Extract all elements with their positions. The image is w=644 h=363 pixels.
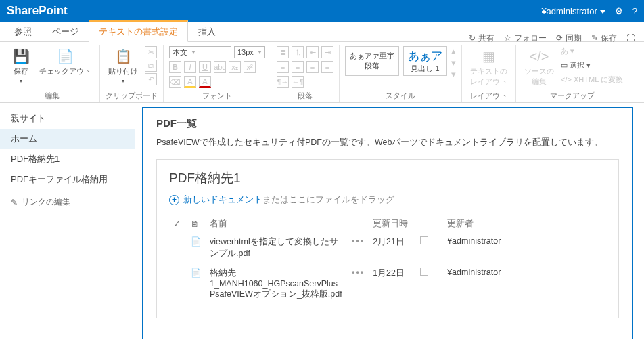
left-nav: 親サイト ホーム PDF格納先1 PDFキーファイル格納用 ✎リンクの編集 — [0, 103, 135, 363]
align-right-button[interactable]: ≡ — [306, 61, 319, 73]
paste-button[interactable]: 📋 貼り付け ▾ — [106, 46, 141, 85]
language-button[interactable]: あ ▾ — [561, 46, 623, 56]
file-modifiedby: ¥administrator — [443, 232, 606, 263]
group-styles-label: スタイル — [345, 91, 456, 101]
group-edit-label: 編集 — [9, 91, 94, 101]
col-modified[interactable]: 更新日時 — [369, 215, 416, 232]
user-menu[interactable]: ¥administrator — [541, 6, 605, 16]
indent-button[interactable]: ⇥ — [321, 46, 334, 58]
convert-xhtml-button[interactable]: </> XHTML に変換 — [561, 74, 623, 85]
numbered-list-button[interactable]: ⒈ — [292, 46, 304, 58]
checkout-button[interactable]: 📄 チェックアウト — [37, 46, 94, 78]
style-option-paragraph[interactable]: あぁアァ亜宇 段落 — [345, 46, 399, 76]
pencil-icon: ✎ — [11, 198, 18, 207]
content-panel: PDF一覧 PsafeVIEWで作成したセキュリティ付PDFの一覧です。Webパ… — [142, 107, 633, 339]
clear-format-button[interactable]: ⌫ — [169, 76, 181, 88]
row-checkbox[interactable] — [420, 236, 428, 244]
file-table: ✓ 🗎 名前 更新日時 更新者 📄 vie — [169, 215, 606, 304]
gear-icon[interactable]: ⚙ — [615, 6, 623, 16]
styles-down-icon[interactable]: ▾ — [451, 58, 456, 68]
brand: SharePoint — [7, 4, 541, 18]
sidebar-item-parent[interactable]: 親サイト — [0, 108, 135, 129]
subscript-button[interactable]: x₂ — [229, 61, 241, 73]
highlight-button[interactable]: A — [184, 76, 196, 88]
align-center-button[interactable]: ≡ — [292, 61, 304, 73]
sidebar-item-home[interactable]: ホーム — [0, 129, 135, 149]
strike-button[interactable]: abc — [214, 61, 226, 73]
panel-title: PDF一覧 — [156, 117, 619, 130]
text-layout-button[interactable]: ▦ テキストの レイアウト — [467, 46, 510, 88]
file-modifiedby: ¥administrator — [443, 263, 606, 304]
col-check[interactable]: ✓ — [169, 215, 187, 232]
copy-icon[interactable]: ⧉ — [145, 60, 157, 72]
new-document-button[interactable]: + 新しいドキュメント — [169, 194, 262, 206]
col-modifiedby[interactable]: 更新者 — [443, 215, 606, 232]
edit-source-button[interactable]: </> ソースの 編集 — [522, 46, 557, 88]
help-icon[interactable]: ? — [632, 6, 637, 16]
tab-browse[interactable]: 参照 — [4, 21, 42, 42]
save-button[interactable]: ✎ 保存 — [591, 33, 617, 44]
select-button[interactable]: ▭ 選択 ▾ — [561, 60, 623, 70]
superscript-button[interactable]: x² — [244, 61, 256, 73]
file-modified: 2月21日 — [369, 232, 416, 263]
bold-button[interactable]: B — [169, 61, 181, 73]
follow-button[interactable]: ☆ フォロー — [504, 33, 547, 44]
group-clipboard-label: クリップボード — [106, 91, 158, 101]
col-type-icon[interactable]: 🗎 — [187, 215, 206, 232]
tab-format-text[interactable]: テキストの書式設定 — [89, 20, 188, 42]
group-font-label: フォント — [169, 91, 265, 101]
save-big-button[interactable]: 💾 保存 ▾ — [9, 46, 32, 85]
tab-insert[interactable]: 挿入 — [188, 21, 226, 42]
font-size-select[interactable]: 13px — [234, 46, 265, 58]
pdf-icon: 📄 — [191, 268, 202, 278]
edit-links-button[interactable]: ✎リンクの編集 — [0, 190, 135, 215]
styles-up-icon[interactable]: ▴ — [451, 46, 456, 56]
outdent-button[interactable]: ⇤ — [306, 46, 319, 58]
style-option-heading1[interactable]: あぁア 見出し 1 — [403, 46, 447, 76]
sync-button[interactable]: ⟳ 同期 — [556, 33, 582, 44]
file-name[interactable]: viewerhtmlを指定して変換したサンプル.pdf — [206, 232, 348, 263]
styles-more-icon[interactable]: ▾ — [451, 69, 456, 79]
font-color-button[interactable]: A — [199, 76, 211, 88]
italic-button[interactable]: I — [184, 61, 196, 73]
undo-icon[interactable]: ↶ — [145, 73, 157, 85]
align-justify-button[interactable]: ≡ — [321, 61, 334, 73]
panel-desc: PsafeVIEWで作成したセキュリティ付PDFの一覧です。Webパーツでドキュ… — [156, 137, 619, 148]
cut-icon[interactable]: ✂ — [145, 46, 157, 58]
group-paragraph-label: 段落 — [277, 91, 334, 101]
group-markup-label: マークアップ — [522, 91, 623, 101]
row-menu-button[interactable]: ••• — [352, 236, 365, 246]
drag-hint: またはここにファイルをドラッグ — [262, 194, 394, 205]
share-button[interactable]: ↻ 共有 — [469, 33, 495, 44]
pdf-icon: 📄 — [191, 236, 202, 247]
sidebar-item-pdf1[interactable]: PDF格納先1 — [0, 149, 135, 169]
fullscreen-icon[interactable]: ⛶ — [626, 33, 635, 43]
row-checkbox[interactable] — [420, 268, 428, 276]
table-row: 📄 格納先1_MANH1060_HGPscanServPlus PsafeVIE… — [169, 263, 606, 304]
list-title: PDF格納先1 — [169, 169, 606, 187]
font-family-select[interactable]: 本文 — [169, 46, 231, 58]
rtl-button[interactable]: ←¶ — [292, 76, 304, 88]
underline-button[interactable]: U — [199, 61, 211, 73]
col-name[interactable]: 名前 — [206, 215, 348, 232]
sidebar-item-pdfkey[interactable]: PDFキーファイル格納用 — [0, 169, 135, 190]
group-layout-label: レイアウト — [467, 91, 510, 101]
bullet-list-button[interactable]: ≣ — [277, 46, 289, 58]
align-left-button[interactable]: ≡ — [277, 61, 289, 73]
row-menu-button[interactable]: ••• — [352, 268, 365, 277]
tab-page[interactable]: ページ — [42, 21, 89, 42]
file-modified: 1月22日 — [369, 263, 416, 304]
file-name[interactable]: 格納先1_MANH1060_HGPscanServPlus PsafeVIEWオ… — [206, 263, 348, 304]
plus-icon: + — [169, 195, 179, 205]
table-row: 📄 viewerhtmlを指定して変換したサンプル.pdf ••• 2月21日 … — [169, 232, 606, 263]
ltr-button[interactable]: ¶→ — [277, 76, 289, 88]
